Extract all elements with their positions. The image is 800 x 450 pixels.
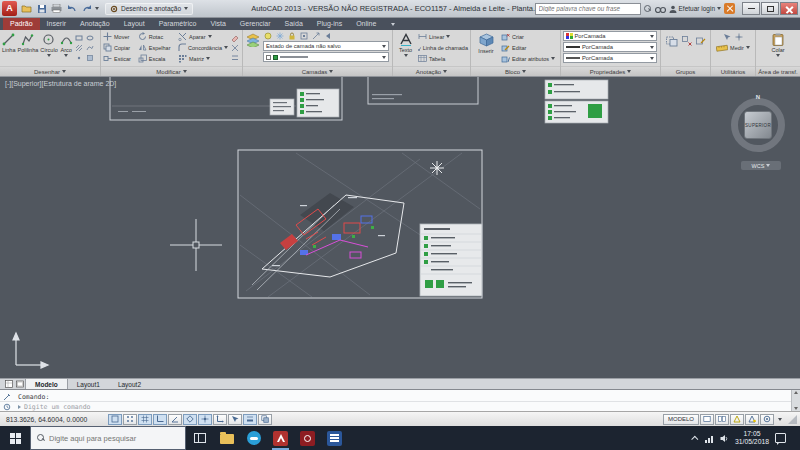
sign-in-button[interactable]: Efetuar login [669, 5, 722, 13]
erase-icon[interactable] [230, 33, 239, 42]
layer-prev-icon[interactable] [323, 31, 332, 40]
layer-freeze-icon[interactable] [275, 31, 284, 40]
region-icon[interactable] [86, 53, 95, 62]
quick-view-layouts-button[interactable] [700, 414, 714, 425]
snap-toggle[interactable] [123, 414, 137, 425]
file-explorer-button[interactable] [213, 426, 240, 450]
offset-icon[interactable] [230, 53, 239, 62]
coordinates-readout[interactable]: 813.3626, 64.6004, 0.0000 [3, 416, 107, 423]
object-color-dropdown[interactable]: PorCamada [563, 31, 657, 41]
command-input[interactable]: Digite um comando [0, 402, 800, 411]
resize-grip[interactable] [788, 415, 797, 424]
wcs-menu[interactable]: WCS [741, 161, 781, 170]
array-tool[interactable]: Matriz [178, 53, 228, 64]
acrobat-button[interactable] [294, 426, 321, 450]
point-icon[interactable] [75, 53, 84, 62]
infer-constraints-toggle[interactable] [108, 414, 122, 425]
create-block-tool[interactable]: Criar [501, 31, 557, 42]
text-tool[interactable]: Texto [395, 31, 416, 65]
rectangle-icon[interactable] [75, 33, 84, 42]
edit-attributes-tool[interactable]: Editar atributos [501, 53, 557, 64]
workspace-switch-button[interactable] [760, 414, 774, 425]
model-space-canvas[interactable]: [-][Superior][Estrutura de arame 2D] [0, 77, 800, 378]
layout-quick-icon[interactable] [14, 379, 25, 389]
start-button[interactable] [0, 426, 30, 450]
explode-icon[interactable] [230, 43, 239, 52]
layer-isolate-icon[interactable] [299, 31, 308, 40]
workspace-selector[interactable]: Desenho e anotação [105, 3, 193, 15]
minimize-button[interactable] [742, 2, 760, 15]
recent-commands-icon[interactable] [3, 403, 11, 411]
panel-label-modificar[interactable]: Modificar [101, 66, 242, 76]
annotation-visibility-button[interactable] [745, 414, 759, 425]
redo-icon[interactable] [80, 3, 93, 15]
layer-on-icon[interactable] [263, 31, 272, 40]
rotate-tool[interactable]: Rotac [138, 31, 176, 42]
browser-button[interactable] [240, 426, 267, 450]
layer-lock-icon[interactable] [287, 31, 296, 40]
quick-view-drawings-button[interactable] [715, 414, 729, 425]
layer-state-dropdown[interactable]: Estado de camada não salvo [263, 41, 389, 51]
stretch-tool[interactable]: Esticar [103, 53, 136, 64]
open-icon[interactable] [20, 3, 33, 15]
ribbon-tab-padrao[interactable]: Padrão [3, 18, 40, 30]
layer-dropdown[interactable] [263, 52, 389, 62]
qat-dropdown-icon[interactable] [95, 7, 99, 10]
model-space-button[interactable]: MODELO [663, 414, 699, 425]
task-view-button[interactable] [186, 426, 213, 450]
action-center-icon[interactable] [775, 433, 786, 443]
ribbon-tab-layout[interactable]: Layout [117, 18, 152, 30]
exchange-apps-icon[interactable] [724, 3, 735, 14]
group-edit-icon[interactable] [695, 35, 706, 46]
tab-layout2[interactable]: Layout2 [109, 379, 150, 389]
scroll-up-icon[interactable] [794, 391, 798, 394]
ribbon-tab-anotacao[interactable]: Anotação [73, 18, 117, 30]
ortho-toggle[interactable] [153, 414, 167, 425]
ribbon-tab-inserir[interactable]: Inserir [40, 18, 73, 30]
ribbon-tab-online[interactable]: Online [349, 18, 383, 30]
hatch-icon[interactable] [75, 43, 84, 52]
measure-tool[interactable]: Medir [716, 42, 750, 53]
spline-icon[interactable] [86, 43, 95, 52]
group-icon[interactable] [665, 34, 678, 47]
tray-expand-icon[interactable] [691, 435, 698, 442]
otrack-toggle[interactable] [198, 414, 212, 425]
mirror-tool[interactable]: Espelhar [138, 42, 176, 53]
plot-icon[interactable] [50, 3, 63, 15]
viewport-controls[interactable]: [-][Superior][Estrutura de arame 2D] [5, 80, 116, 87]
table-tool[interactable]: Tabela [418, 53, 468, 64]
autocad-taskbar-button[interactable] [267, 426, 294, 450]
word-button[interactable] [321, 426, 348, 450]
insert-block-tool[interactable]: Inserir [473, 31, 499, 65]
ribbon-tab-parametrico[interactable]: Paramétrico [152, 18, 204, 30]
line-tool[interactable]: Linha [2, 31, 15, 65]
panel-label-anotacao[interactable]: Anotação [393, 66, 470, 76]
taskbar-search-input[interactable] [49, 434, 179, 443]
tab-modelo[interactable]: Modelo [25, 379, 68, 389]
panel-label-grupos[interactable]: Grupos [661, 66, 710, 76]
dynamic-input-toggle[interactable] [228, 414, 242, 425]
panel-label-desenhar[interactable]: Desenhar [0, 66, 100, 76]
panel-label-camadas[interactable]: Camadas [243, 66, 392, 76]
scale-tool[interactable]: Escala [138, 53, 176, 64]
trim-tool[interactable]: Aparar [178, 31, 228, 42]
status-menu-icon[interactable] [778, 418, 782, 421]
ribbon-tab-plugins[interactable]: Plug-ins [310, 18, 349, 30]
dynamic-ucs-toggle[interactable] [213, 414, 227, 425]
layer-properties-tool[interactable] [245, 31, 261, 65]
ribbon-tab-saida[interactable]: Saída [278, 18, 310, 30]
panel-label-bloco[interactable]: Bloco [471, 66, 560, 76]
search-icon[interactable] [644, 5, 652, 13]
taskbar-clock[interactable]: 17:05 31/05/2018 [735, 430, 769, 446]
help-search-input[interactable] [535, 3, 641, 15]
edit-block-tool[interactable]: Editar [501, 42, 557, 53]
transparency-toggle[interactable] [258, 414, 272, 425]
panel-label-utilitarios[interactable]: Utilitários [711, 66, 755, 76]
model-quick-icon[interactable] [3, 379, 14, 389]
command-window[interactable]: Comando: Digite um comando [0, 389, 800, 411]
undo-icon[interactable] [65, 3, 78, 15]
viewcube-top-face[interactable]: SUPERIOR [744, 111, 772, 139]
ribbon-minimize-icon[interactable] [391, 23, 395, 26]
leader-tool[interactable]: Linha de chamada [418, 42, 468, 53]
lineweight-dropdown[interactable]: PorCamada [563, 53, 657, 63]
